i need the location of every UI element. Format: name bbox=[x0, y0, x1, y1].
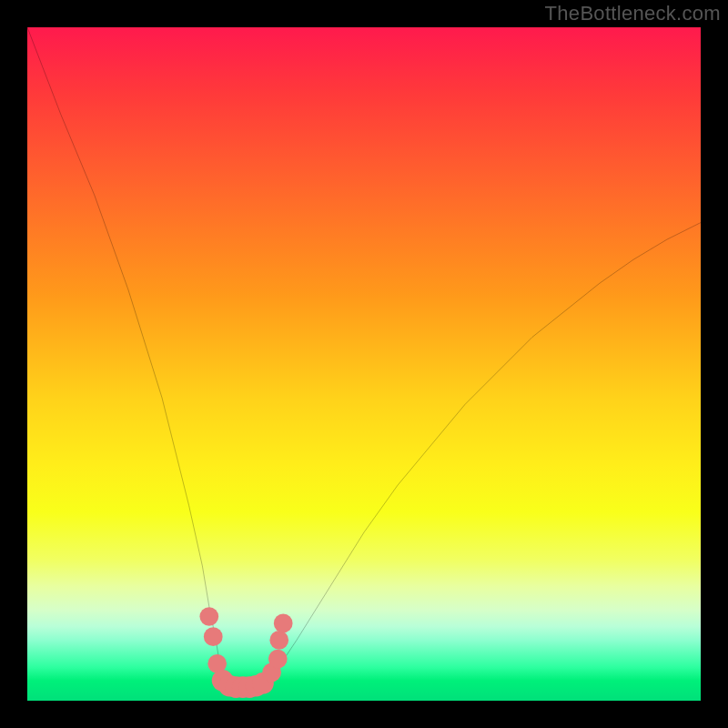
curve-layer bbox=[27, 27, 701, 701]
plot-area bbox=[27, 27, 701, 701]
marker-point bbox=[269, 631, 288, 650]
marker-point bbox=[199, 607, 218, 626]
marker-point bbox=[274, 614, 293, 633]
series-bottleneck-curve bbox=[27, 27, 701, 687]
chart-frame: TheBottleneck.com bbox=[0, 0, 728, 728]
watermark-link[interactable]: TheBottleneck.com bbox=[545, 2, 721, 25]
marker-point bbox=[204, 627, 223, 646]
marker-point bbox=[268, 650, 288, 669]
